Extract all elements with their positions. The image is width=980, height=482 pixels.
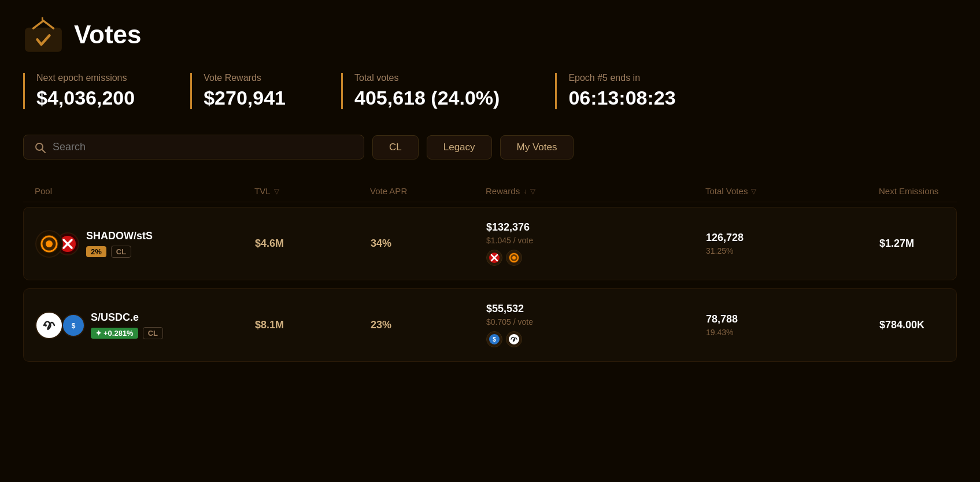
reward-tokens-shadow xyxy=(486,250,706,266)
th-rewards: Rewards ↓ ▽ xyxy=(486,186,705,196)
apr-shadow: 34% xyxy=(371,238,486,250)
votes-main-susdc: 78,788 xyxy=(706,313,879,325)
svg-point-2 xyxy=(36,143,43,150)
page-title: Votes xyxy=(74,20,142,49)
pool-info-shadow: SHADOW/stS 2% CL xyxy=(86,230,153,258)
th-vote-apr: Vote APR xyxy=(370,186,486,196)
next-emissions-shadow: $1.27M xyxy=(879,238,945,250)
reward-token-s-icon xyxy=(506,331,522,347)
reward-per-vote-shadow: $1.045 / vote xyxy=(486,236,706,245)
badge-pct-shadow: 2% xyxy=(86,246,106,257)
tvl-shadow: $4.6M xyxy=(255,238,371,250)
reward-main-susdc: $55,532 xyxy=(486,303,706,315)
reward-main-shadow: $132,376 xyxy=(486,221,706,233)
reward-per-vote-susdc: $0.705 / vote xyxy=(486,317,706,327)
pool-info-susdc: S/USDC.e ✦ +0.281% CL xyxy=(91,312,163,339)
table-row: SHADOW/stS 2% CL $4.6M 34% $132,376 $1.0… xyxy=(23,207,957,280)
rewards-sort-icon[interactable]: ↓ xyxy=(523,187,527,195)
stat-next-epoch-label: Next epoch emissions xyxy=(36,73,135,83)
shadow-token-icon xyxy=(35,230,63,258)
next-emissions-susdc: $784.00K xyxy=(879,319,945,331)
badge-cl-shadow: CL xyxy=(111,246,131,258)
pool-badges-shadow: 2% CL xyxy=(86,246,153,258)
pool-cell-shadow: SHADOW/stS 2% CL xyxy=(35,229,255,258)
votes-pct-shadow: 31.25% xyxy=(706,246,879,255)
th-next-emissions: Next Emissions xyxy=(879,186,945,196)
stat-epoch-ends: Epoch #5 ends in 06:13:08:23 xyxy=(555,73,703,109)
table-header: Pool TVL ▽ Vote APR Rewards ↓ ▽ Total Vo… xyxy=(23,180,957,202)
svg-point-15 xyxy=(512,256,516,259)
votes-main-shadow: 126,728 xyxy=(706,232,879,244)
th-pool: Pool xyxy=(35,186,254,196)
tvl-susdc: $8.1M xyxy=(255,319,371,331)
stat-total-votes-label: Total votes xyxy=(354,73,500,83)
stats-row: Next epoch emissions $4,036,200 Vote Rew… xyxy=(23,73,957,109)
filter-row: CL Legacy My Votes xyxy=(23,135,957,160)
apr-susdc: 23% xyxy=(371,319,486,331)
badge-pct-susdc: ✦ +0.281% xyxy=(91,328,138,339)
total-votes-susdc: 78,788 19.43% xyxy=(706,313,879,337)
reward-token-shadow-icon xyxy=(506,250,522,266)
total-votes-filter-icon[interactable]: ▽ xyxy=(751,187,756,195)
stat-epoch-ends-label: Epoch #5 ends in xyxy=(568,73,675,83)
votes-logo-icon xyxy=(23,17,64,52)
search-icon xyxy=(34,142,46,153)
rewards-susdc: $55,532 $0.705 / vote $ xyxy=(486,303,706,347)
token-icons-susdc: $ xyxy=(35,311,82,340)
svg-point-17 xyxy=(45,324,47,327)
tvl-filter-icon[interactable]: ▽ xyxy=(274,187,279,195)
stat-total-votes: Total votes 405,618 (24.0%) xyxy=(341,73,527,109)
stat-vote-rewards-value: $270,941 xyxy=(204,87,286,109)
rewards-shadow: $132,376 $1.045 / vote xyxy=(486,221,706,266)
reward-tokens-susdc: $ xyxy=(486,331,706,347)
filter-my-votes-button[interactable]: My Votes xyxy=(500,135,574,160)
table: Pool TVL ▽ Vote APR Rewards ↓ ▽ Total Vo… xyxy=(23,180,957,362)
stat-next-epoch-value: $4,036,200 xyxy=(36,87,135,109)
badge-cl-susdc: CL xyxy=(143,327,163,339)
stat-epoch-ends-value: 06:13:08:23 xyxy=(568,87,675,109)
svg-rect-0 xyxy=(25,28,61,51)
filter-cl-button[interactable]: CL xyxy=(372,135,419,160)
stat-vote-rewards-label: Vote Rewards xyxy=(204,73,286,83)
pool-badges-susdc: ✦ +0.281% CL xyxy=(91,327,163,339)
token-icons-shadow xyxy=(35,229,77,258)
th-tvl: TVL ▽ xyxy=(254,186,370,196)
th-total-votes: Total Votes ▽ xyxy=(705,186,879,196)
pool-name-susdc: S/USDC.e xyxy=(91,312,163,324)
table-row: $ S/USDC.e ✦ +0.281% CL $8.1M 23 xyxy=(23,288,957,362)
search-input[interactable] xyxy=(53,141,353,153)
search-box[interactable] xyxy=(23,135,364,160)
header: Votes xyxy=(23,17,957,52)
total-votes-shadow: 126,728 31.25% xyxy=(706,232,879,255)
pool-cell-susdc: $ S/USDC.e ✦ +0.281% CL xyxy=(35,311,255,340)
stat-vote-rewards: Vote Rewards $270,941 xyxy=(190,73,313,109)
rewards-filter-icon[interactable]: ▽ xyxy=(530,187,535,195)
reward-token-usdc-icon: $ xyxy=(486,331,502,347)
svg-point-6 xyxy=(46,240,53,247)
svg-text:$: $ xyxy=(493,336,496,343)
svg-text:$: $ xyxy=(72,322,76,330)
stat-next-epoch: Next epoch emissions $4,036,200 xyxy=(23,73,162,109)
svg-line-3 xyxy=(42,150,45,153)
filter-legacy-button[interactable]: Legacy xyxy=(427,135,492,160)
s-token-icon xyxy=(35,312,63,339)
reward-token-sts-icon xyxy=(486,250,502,266)
usdc-token-icon: $ xyxy=(62,314,85,337)
pool-name-shadow: SHADOW/stS xyxy=(86,230,153,242)
votes-pct-susdc: 19.43% xyxy=(706,328,879,337)
stat-total-votes-value: 405,618 (24.0%) xyxy=(354,87,500,109)
